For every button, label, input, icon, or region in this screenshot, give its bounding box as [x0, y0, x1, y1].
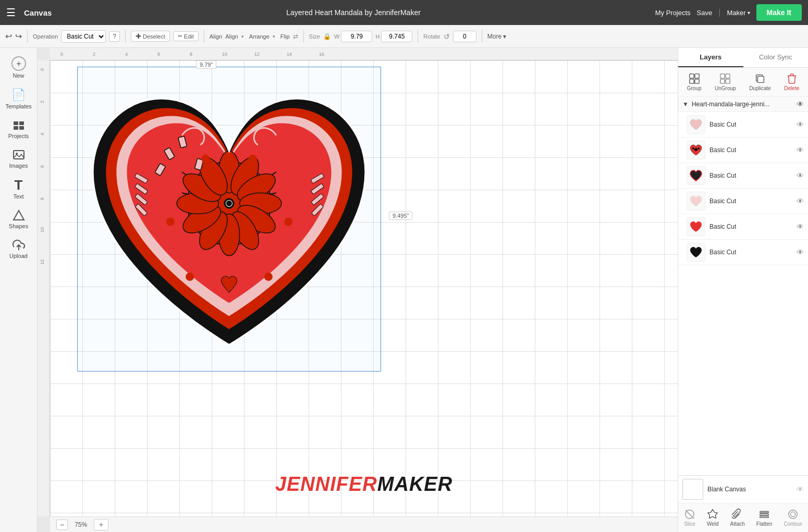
svg-text:4: 4	[40, 133, 45, 135]
deselect-button[interactable]: ✚ Deselect	[131, 31, 170, 42]
layer-name-4: Basic Cut	[709, 197, 792, 205]
sidebar-item-templates[interactable]: 📄 Templates	[2, 84, 35, 114]
width-section: W	[334, 31, 372, 42]
group-eye-icon[interactable]: 👁	[797, 100, 804, 108]
layer-name-5: Basic Cut	[709, 223, 792, 230]
weld-label: Weld	[707, 521, 719, 527]
slice-action[interactable]: Slice	[681, 506, 699, 529]
align-button[interactable]: Align	[210, 33, 222, 40]
flip-icon: ⇄	[293, 33, 298, 40]
duplicate-action[interactable]: Duplicate	[745, 71, 775, 93]
more-button[interactable]: More ▾	[487, 33, 507, 40]
layer-item[interactable]: Basic Cut 👁	[678, 189, 808, 214]
undo-button[interactable]: ↩	[5, 31, 12, 41]
svg-text:2: 2	[40, 101, 45, 103]
layer-eye-icon-6[interactable]: 👁	[797, 248, 804, 256]
sidebar-item-images[interactable]: Images	[2, 144, 35, 173]
layer-eye-icon-5[interactable]: 👁	[797, 222, 804, 231]
make-it-button[interactable]: Make It	[756, 4, 802, 21]
layer-thumb-5	[687, 217, 705, 236]
group-name-label: Heart-mandala-large-jenni...	[692, 101, 793, 108]
watermark-jennifer: JENNIFER	[275, 473, 377, 495]
operation-label: Operation	[33, 33, 58, 40]
rotate-input[interactable]	[453, 31, 476, 42]
projects-icon	[13, 119, 25, 131]
group-chevron-icon: ▼	[682, 101, 689, 108]
layer-item[interactable]: Basic Cut 👁	[678, 163, 808, 189]
svg-rect-80	[757, 76, 764, 82]
edit-button[interactable]: ✂ Edit	[173, 31, 199, 41]
layer-item[interactable]: Basic Cut 👁	[678, 214, 808, 240]
operation-select[interactable]: Basic Cut	[61, 30, 106, 43]
panel-tabs: Layers Color Sync	[678, 48, 808, 68]
sidebar-item-text[interactable]: T Text	[2, 174, 35, 204]
divider: |	[718, 8, 720, 17]
tab-color-sync[interactable]: Color Sync	[743, 48, 809, 67]
layer-item[interactable]: Basic Cut 👁	[678, 112, 808, 138]
hamburger-icon[interactable]: ☰	[6, 6, 16, 19]
chevron-down-icon: ▾	[748, 10, 750, 16]
sidebar-item-upload[interactable]: Upload	[2, 234, 35, 263]
svg-text:14: 14	[287, 52, 292, 57]
main-layout: ＋ New 📄 Templates Projects Images	[0, 48, 808, 532]
panel-actions: Group UnGroup Duplicate	[678, 68, 808, 97]
heart-mandala-container[interactable]	[77, 67, 381, 372]
svg-text:0: 0	[40, 68, 45, 71]
layer-item[interactable]: Basic Cut 👁	[678, 138, 808, 163]
bottom-bar: − 75% ＋	[50, 516, 678, 532]
svg-point-83	[697, 147, 700, 150]
layer-thumb-4	[687, 192, 705, 211]
lock-icon[interactable]: 🔒	[323, 33, 331, 40]
layer-item[interactable]: Basic Cut 👁	[678, 240, 808, 265]
attach-icon	[732, 509, 743, 520]
rotate-label: Rotate	[423, 33, 440, 40]
svg-point-62	[201, 155, 210, 163]
shapes-label: Shapes	[9, 223, 28, 229]
layer-eye-icon-1[interactable]: 👁	[797, 120, 804, 129]
zoom-in-button[interactable]: ＋	[94, 519, 108, 530]
svg-text:8: 8	[190, 52, 192, 57]
images-label: Images	[9, 163, 28, 169]
text-label: Text	[13, 193, 23, 200]
blank-canvas-eye-icon[interactable]: 👁	[797, 485, 804, 493]
zoom-out-button[interactable]: −	[56, 519, 68, 530]
height-label: H	[375, 33, 379, 40]
svg-rect-1	[19, 121, 24, 125]
svg-point-90	[791, 512, 795, 516]
svg-rect-76	[726, 74, 730, 78]
ungroup-action[interactable]: UnGroup	[711, 71, 740, 93]
redo-button[interactable]: ↪	[15, 31, 22, 41]
group-action[interactable]: Group	[683, 71, 706, 93]
app-title: Canvas	[24, 8, 52, 17]
maker-button[interactable]: Maker ▾	[727, 9, 750, 17]
align-label: Align	[225, 33, 238, 40]
my-projects-button[interactable]: My Projects	[655, 9, 691, 17]
contour-action[interactable]: Contour	[780, 506, 805, 529]
sidebar-item-projects[interactable]: Projects	[2, 115, 35, 143]
save-button[interactable]: Save	[697, 9, 713, 17]
svg-rect-78	[726, 79, 730, 83]
canvas-area[interactable]: 0 2 4 6 8 10 12 14 16 0 2 4 6 8 10 12	[38, 48, 678, 532]
flatten-action[interactable]: Flatten	[753, 506, 776, 529]
height-section: H	[375, 31, 412, 42]
weld-action[interactable]: Weld	[704, 506, 722, 529]
width-input[interactable]	[341, 31, 372, 42]
sidebar-item-new[interactable]: ＋ New	[2, 52, 35, 83]
delete-action[interactable]: Delete	[780, 71, 803, 93]
svg-rect-74	[695, 79, 699, 83]
tab-layers[interactable]: Layers	[678, 48, 743, 67]
delete-icon	[786, 73, 798, 84]
size-label: Size	[309, 33, 320, 40]
layer-group-header[interactable]: ▼ Heart-mandala-large-jenni... 👁	[678, 97, 808, 112]
help-button[interactable]: ?	[109, 31, 120, 42]
layer-eye-icon-4[interactable]: 👁	[797, 197, 804, 205]
top-actions: My Projects Save | Maker ▾ Make It	[655, 4, 802, 21]
attach-action[interactable]: Attach	[727, 506, 748, 529]
projects-label: Projects	[8, 133, 29, 139]
svg-point-59	[186, 273, 194, 281]
layer-eye-icon-3[interactable]: 👁	[797, 171, 804, 180]
layer-eye-icon-2[interactable]: 👁	[797, 146, 804, 154]
height-input[interactable]	[381, 31, 412, 42]
watermark-maker: MAKER	[377, 473, 452, 495]
sidebar-item-shapes[interactable]: Shapes	[2, 205, 35, 233]
